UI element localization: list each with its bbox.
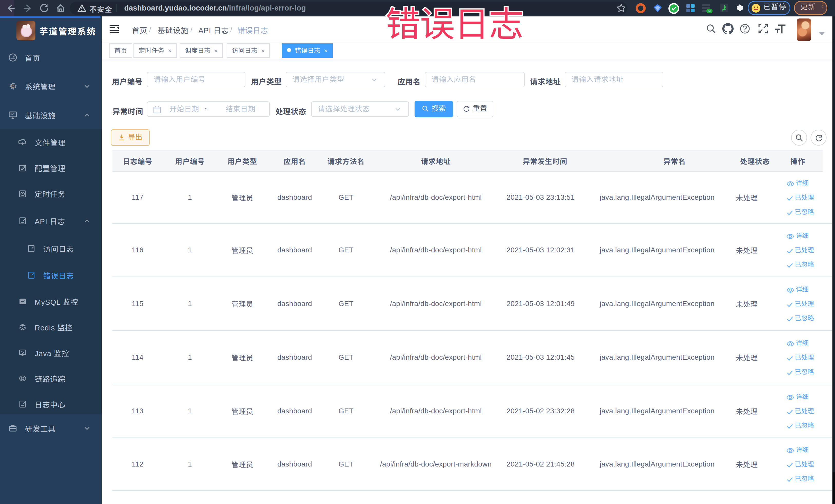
svg-text:on: on (708, 9, 711, 13)
svg-text:错误日志: 错误日志 (386, 5, 523, 44)
